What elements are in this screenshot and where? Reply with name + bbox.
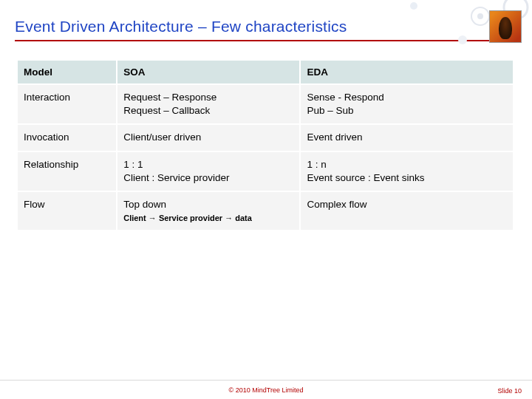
row-label: Relationship xyxy=(18,151,117,191)
row-label: Invocation xyxy=(18,124,117,151)
soa-cell: Client/user driven xyxy=(117,124,300,151)
col-header-eda: EDA xyxy=(300,61,514,84)
copyright-text: © 2010 MindTree Limited xyxy=(229,386,304,394)
slide-number: Slide 10 xyxy=(497,387,522,395)
footer: © 2010 MindTree Limited xyxy=(0,380,532,399)
eda-cell: 1 : nEvent source : Event sinks xyxy=(300,151,514,191)
col-header-model: Model xyxy=(18,61,117,84)
content-area: Model SOA EDA InteractionRequest – Respo… xyxy=(0,47,532,231)
eda-cell: Sense - RespondPub – Sub xyxy=(300,84,514,124)
row-label: Flow xyxy=(18,191,117,231)
title-bar: Event Driven Architecture – Few characte… xyxy=(0,0,532,47)
soa-cell: Request – ResponseRequest – Callback xyxy=(117,84,300,124)
arrow-icon: → xyxy=(225,213,233,224)
col-header-soa: SOA xyxy=(117,61,300,84)
title-underline xyxy=(15,40,517,41)
soa-cell: Top downClient → Service provider → data xyxy=(117,191,300,231)
eda-cell: Complex flow xyxy=(300,191,514,231)
table-header-row: Model SOA EDA xyxy=(18,61,514,84)
arrow-icon: → xyxy=(149,213,157,224)
eda-cell: Event driven xyxy=(300,124,514,151)
soa-cell: 1 : 1Client : Service provider xyxy=(117,151,300,191)
soa-subline: Client → Service provider → data xyxy=(123,213,292,224)
table-row: FlowTop downClient → Service provider → … xyxy=(18,191,514,231)
characteristics-table: Model SOA EDA InteractionRequest – Respo… xyxy=(18,61,514,231)
row-label: Interaction xyxy=(18,84,117,124)
table-row: Relationship1 : 1Client : Service provid… xyxy=(18,151,514,191)
slide-title: Event Driven Architecture – Few characte… xyxy=(15,18,517,35)
table-row: InteractionRequest – ResponseRequest – C… xyxy=(18,84,514,124)
table-row: InvocationClient/user drivenEvent driven xyxy=(18,124,514,151)
company-logo xyxy=(489,10,522,43)
